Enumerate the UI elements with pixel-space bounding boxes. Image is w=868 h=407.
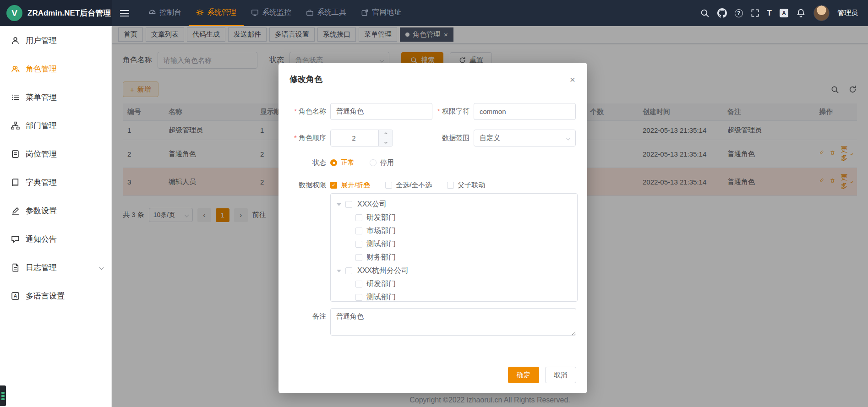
status-normal-radio[interactable] bbox=[330, 159, 337, 166]
tree-node[interactable]: 测试部门 bbox=[331, 291, 577, 302]
svg-text:A: A bbox=[14, 293, 17, 298]
topnav-label: 系统监控 bbox=[262, 8, 291, 17]
badge-icon bbox=[11, 150, 20, 158]
language-icon[interactable]: A bbox=[780, 9, 788, 17]
stepper-down-button[interactable] bbox=[379, 138, 393, 146]
topnav-label: 系统管理 bbox=[207, 8, 236, 17]
sidebar-item-users[interactable]: 用户管理 bbox=[0, 26, 111, 54]
tree-node-label: 测试部门 bbox=[366, 239, 396, 249]
sidebar-item-logs[interactable]: 日志管理 bbox=[0, 253, 111, 282]
cancel-button[interactable]: 取消 bbox=[545, 367, 576, 383]
status-normal-label[interactable]: 正常 bbox=[341, 158, 355, 167]
caret-down-icon[interactable] bbox=[337, 203, 341, 206]
expand-collapse-checkbox[interactable]: ✓ bbox=[330, 182, 337, 189]
header-actions: ? T A 管理员 bbox=[700, 5, 868, 21]
dialog-footer: 确定 取消 bbox=[508, 367, 576, 383]
chevron-up-icon bbox=[384, 132, 387, 136]
sidebar-item-posts[interactable]: 岗位管理 bbox=[0, 140, 111, 168]
tree-node-label: 研发部门 bbox=[366, 279, 396, 289]
tree-node[interactable]: 市场部门 bbox=[331, 224, 577, 238]
edit-square-icon bbox=[11, 206, 20, 215]
gear-icon bbox=[196, 9, 204, 16]
topnav-item-monitor[interactable]: 系统监控 bbox=[244, 0, 299, 26]
users-group-icon bbox=[11, 65, 20, 73]
tree-checkbox[interactable] bbox=[355, 294, 362, 301]
username[interactable]: 管理员 bbox=[837, 9, 858, 17]
data-scope-select[interactable]: 自定义 bbox=[474, 130, 576, 147]
parent-child-link-checkbox[interactable] bbox=[447, 182, 454, 189]
tree-checkbox[interactable] bbox=[345, 201, 352, 208]
avatar[interactable] bbox=[813, 5, 830, 21]
select-all-checkbox[interactable] bbox=[385, 182, 392, 189]
status-disabled-label[interactable]: 停用 bbox=[380, 158, 394, 167]
close-icon[interactable]: × bbox=[570, 75, 575, 84]
font-size-icon[interactable]: T bbox=[767, 9, 772, 18]
sidebar-item-i18n[interactable]: A 多语言设置 bbox=[0, 282, 111, 310]
sidebar-item-menus[interactable]: 菜单管理 bbox=[0, 83, 111, 111]
tree-node-label: 研发部门 bbox=[366, 213, 396, 222]
permission-tree: XXX公司 研发部门 市场部门 测试部门 财务部门 XXX杭州分公司 bbox=[330, 193, 578, 302]
role-name-input[interactable] bbox=[330, 103, 432, 120]
search-icon[interactable] bbox=[700, 8, 710, 18]
tree-checkbox[interactable] bbox=[355, 228, 362, 234]
toolbox-icon bbox=[306, 9, 314, 16]
fullscreen-icon[interactable] bbox=[751, 9, 759, 17]
stepper-up-button[interactable] bbox=[379, 130, 393, 138]
language-square-icon: A bbox=[11, 292, 20, 300]
sidebar-item-notices[interactable]: 通知公告 bbox=[0, 225, 111, 253]
tree-node[interactable]: 财务部门 bbox=[331, 251, 577, 264]
status-disabled-radio[interactable] bbox=[370, 159, 377, 166]
status-label: 状态 bbox=[289, 158, 326, 167]
edit-role-dialog: 修改角色 × 角色名称 权限字符 角色顺序 bbox=[278, 63, 587, 393]
external-link-icon bbox=[361, 9, 369, 16]
sidebar-item-dictionary[interactable]: 字典管理 bbox=[0, 168, 111, 196]
role-name-label: 角色名称 bbox=[289, 107, 326, 116]
tree-checkbox[interactable] bbox=[355, 241, 362, 248]
perm-char-label: 权限字符 bbox=[433, 107, 469, 116]
tree-node[interactable]: 研发部门 bbox=[331, 277, 577, 291]
sidebar-item-label: 参数设置 bbox=[26, 206, 57, 216]
topnav-item-system-mgmt[interactable]: 系统管理 bbox=[189, 0, 244, 26]
tree-node[interactable]: XXX公司 bbox=[331, 198, 577, 211]
perm-char-input[interactable] bbox=[474, 103, 576, 120]
sitemap-icon bbox=[11, 121, 20, 130]
document-icon bbox=[11, 263, 20, 272]
tree-checkbox[interactable] bbox=[345, 267, 352, 274]
tree-checkbox[interactable] bbox=[355, 254, 362, 261]
tree-node[interactable]: XXX杭州分公司 bbox=[331, 264, 577, 277]
tree-checkbox[interactable] bbox=[355, 281, 362, 288]
tree-node[interactable]: 研发部门 bbox=[331, 211, 577, 224]
tree-node[interactable]: 测试部门 bbox=[331, 238, 577, 251]
app-logo[interactable]: V ZRAdmin.NET后台管理 bbox=[0, 0, 112, 26]
sidebar-item-parameters[interactable]: 参数设置 bbox=[0, 196, 111, 225]
bell-icon[interactable] bbox=[796, 8, 806, 18]
dialog-form: 角色名称 权限字符 角色顺序 数据范围 bbox=[278, 85, 587, 336]
parent-child-link-label[interactable]: 父子联动 bbox=[458, 181, 485, 190]
devtools-widget[interactable] bbox=[0, 385, 6, 406]
tree-node-label: 市场部门 bbox=[366, 226, 396, 236]
expand-collapse-label[interactable]: 展开/折叠 bbox=[341, 181, 370, 190]
caret-down-icon[interactable] bbox=[337, 270, 341, 272]
help-icon[interactable]: ? bbox=[735, 9, 743, 17]
hamburger-icon[interactable] bbox=[120, 10, 129, 16]
sidebar-item-departments[interactable]: 部门管理 bbox=[0, 111, 111, 140]
user-icon bbox=[11, 36, 20, 45]
dialog-title: 修改角色 bbox=[278, 63, 587, 85]
select-all-label[interactable]: 全选/全不选 bbox=[396, 181, 432, 190]
chevron-down-icon bbox=[384, 141, 387, 144]
role-order-stepper bbox=[330, 130, 393, 147]
tree-checkbox[interactable] bbox=[355, 214, 362, 221]
github-icon[interactable] bbox=[717, 8, 727, 18]
remark-textarea[interactable]: 普通角色 bbox=[330, 308, 576, 336]
sidebar-item-roles[interactable]: 角色管理 bbox=[0, 54, 111, 83]
topnav-item-console[interactable]: 控制台 bbox=[141, 0, 189, 26]
sidebar-item-label: 菜单管理 bbox=[26, 92, 57, 103]
comment-icon bbox=[11, 235, 20, 244]
chevron-down-icon bbox=[566, 136, 571, 141]
topnav-item-tools[interactable]: 系统工具 bbox=[299, 0, 354, 26]
topnav-item-website[interactable]: 官网地址 bbox=[354, 0, 409, 26]
top-bar: V ZRAdmin.NET后台管理 控制台 系统管理 系统监控 系统工具 官网地… bbox=[0, 0, 868, 26]
sidebar: 用户管理 角色管理 菜单管理 部门管理 岗位管理 字典管理 参数设置 通知公告 … bbox=[0, 26, 112, 407]
topnav-label: 系统工具 bbox=[317, 8, 346, 17]
confirm-button[interactable]: 确定 bbox=[508, 367, 539, 383]
